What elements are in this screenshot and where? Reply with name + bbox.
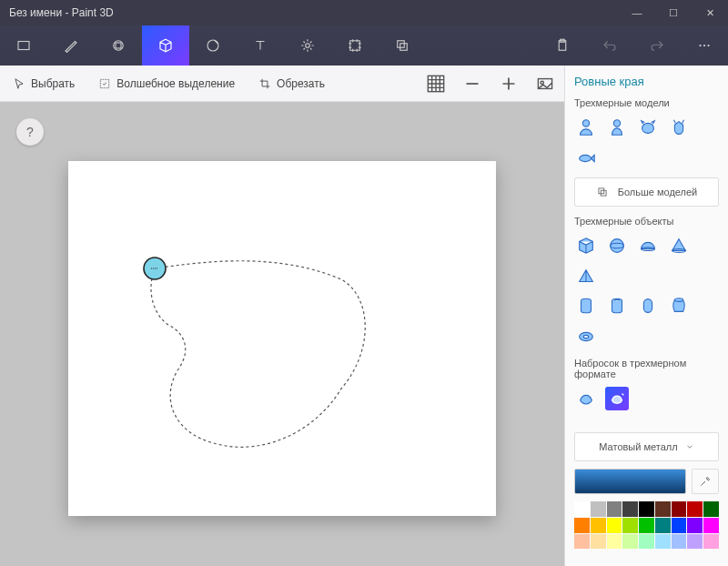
color-swatch[interactable] [687, 518, 703, 533]
svg-point-15 [541, 81, 543, 84]
svg-rect-6 [400, 44, 408, 51]
zoom-in-icon[interactable] [497, 72, 521, 96]
svg-rect-23 [601, 190, 606, 196]
color-swatch[interactable] [607, 518, 622, 533]
view-3d-icon[interactable] [533, 72, 557, 96]
tool-undo-icon[interactable] [586, 25, 633, 66]
sketch-hard-edge-icon[interactable] [605, 387, 629, 410]
color-swatch[interactable] [591, 518, 606, 533]
minimize-button[interactable]: — [619, 0, 655, 25]
svg-point-21 [580, 155, 592, 161]
svg-rect-31 [643, 299, 652, 313]
shape-pyramid-icon[interactable] [574, 265, 598, 288]
color-swatch[interactable] [591, 501, 606, 517]
models-heading: Трехмерные модели [574, 97, 719, 108]
svg-rect-0 [18, 42, 29, 50]
color-swatch[interactable] [607, 534, 622, 550]
library-icon [596, 186, 609, 198]
canvas[interactable] [68, 161, 496, 516]
color-swatch[interactable] [639, 501, 654, 517]
tool-redo-icon[interactable] [633, 25, 681, 66]
model-fish-icon[interactable] [574, 147, 598, 170]
tool-remix-icon[interactable] [379, 25, 426, 66]
color-swatch[interactable] [687, 501, 703, 517]
shape-hemisphere-icon[interactable] [636, 234, 660, 258]
shape-cone-icon[interactable] [667, 234, 691, 258]
svg-rect-5 [398, 41, 405, 48]
crop-button[interactable]: Обрезать [253, 74, 330, 94]
model-woman-icon[interactable] [605, 116, 629, 139]
more-models-label: Больше моделей [618, 187, 698, 197]
svg-point-34 [583, 335, 589, 338]
canvas-area[interactable]: ? [0, 102, 564, 566]
color-swatch[interactable] [703, 534, 719, 550]
more-models-button[interactable]: Больше моделей [574, 177, 719, 207]
help-button[interactable]: ? [16, 118, 44, 146]
eyedropper-button[interactable] [692, 469, 719, 494]
close-button[interactable]: ✕ [692, 0, 728, 25]
svg-point-18 [582, 120, 589, 126]
model-cat-icon[interactable] [667, 116, 691, 139]
sidebar-title: Ровные края [574, 75, 719, 88]
shape-sphere-icon[interactable] [605, 234, 629, 258]
svg-point-32 [674, 298, 682, 302]
color-swatch[interactable] [639, 534, 654, 550]
select-button[interactable]: Выбрать [7, 74, 80, 94]
grid-toggle-icon[interactable] [424, 72, 448, 96]
color-swatch[interactable] [574, 501, 590, 517]
svg-point-3 [207, 40, 218, 51]
shape-torus-icon[interactable] [574, 325, 598, 349]
color-swatch[interactable] [607, 501, 622, 517]
shape-curved-cylinder-icon[interactable] [667, 294, 691, 318]
color-swatch[interactable] [672, 501, 687, 517]
color-swatch[interactable] [703, 518, 719, 533]
tool-text-icon[interactable] [237, 25, 284, 66]
material-select[interactable]: Матовый металл [574, 432, 719, 461]
model-dog-icon[interactable] [636, 116, 660, 139]
color-swatch[interactable] [672, 534, 687, 550]
titlebar: Без имени - Paint 3D — ☐ ✕ [0, 0, 728, 25]
tool-stickers-icon[interactable] [189, 25, 237, 66]
color-swatch[interactable] [622, 534, 638, 550]
menu-expand-icon[interactable] [0, 25, 47, 66]
tool-2d-shapes-icon[interactable] [95, 25, 142, 66]
maximize-button[interactable]: ☐ [655, 0, 692, 25]
svg-rect-22 [599, 188, 604, 194]
color-swatch[interactable] [655, 501, 671, 517]
color-swatch[interactable] [622, 501, 638, 517]
color-swatch[interactable] [687, 534, 703, 550]
sketch-soft-edge-icon[interactable] [574, 387, 598, 410]
tool-brushes-icon[interactable] [47, 25, 95, 66]
shape-tube-icon[interactable] [605, 294, 629, 318]
color-swatch[interactable] [639, 518, 654, 533]
color-swatch[interactable] [574, 518, 590, 533]
shape-capsule-icon[interactable] [636, 294, 660, 318]
color-swatch[interactable] [591, 534, 606, 550]
color-swatch[interactable] [574, 534, 590, 550]
svg-point-9 [699, 45, 701, 46]
eyedropper-icon [699, 475, 712, 488]
shape-cylinder-icon[interactable] [574, 294, 598, 318]
model-man-icon[interactable] [574, 116, 598, 139]
shape-cube-icon[interactable] [574, 234, 598, 258]
svg-rect-2 [116, 43, 121, 48]
magic-select-button[interactable]: Волшебное выделение [93, 74, 240, 94]
objects-heading: Трехмерные объекты [574, 216, 719, 227]
svg-point-19 [613, 120, 620, 126]
current-color[interactable] [574, 469, 686, 494]
color-swatch[interactable] [672, 518, 687, 533]
tool-paste-icon[interactable] [539, 25, 586, 66]
tool-3d-shapes-icon[interactable] [142, 25, 189, 66]
color-swatch[interactable] [655, 534, 671, 550]
color-swatch[interactable] [655, 518, 671, 533]
tool-effects-icon[interactable] [284, 25, 331, 66]
svg-point-24 [611, 239, 624, 253]
tool-canvas-icon[interactable] [331, 25, 379, 66]
color-swatch[interactable] [703, 501, 719, 517]
color-swatch[interactable] [622, 518, 638, 533]
freeform-sketch [68, 161, 496, 516]
svg-point-11 [707, 45, 709, 46]
tool-more-icon[interactable] [681, 25, 728, 66]
select-label: Выбрать [31, 77, 75, 90]
zoom-out-icon[interactable] [460, 72, 484, 96]
